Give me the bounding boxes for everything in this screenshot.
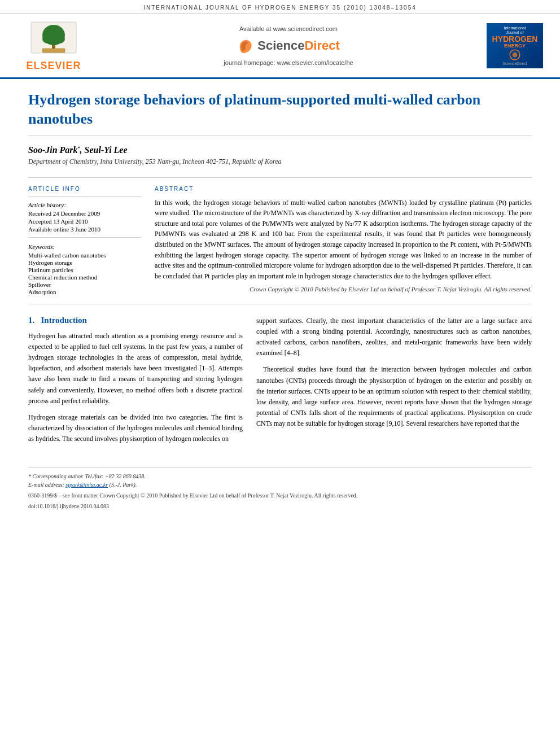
available-online-date: Available online 3 June 2010	[28, 226, 141, 233]
keywords-label: Keywords:	[28, 243, 141, 250]
sciencedirect-logo: ScienceDirect	[237, 37, 340, 55]
available-text: Available at www.sciencedirect.com	[90, 25, 487, 32]
banner: ELSEVIER Available at www.sciencedirect.…	[0, 14, 560, 79]
abstract-title: ABSTRACT	[155, 186, 532, 192]
article-title: Hydrogen storage behaviors of platinum-s…	[28, 90, 532, 136]
article-history-label: Article history:	[28, 202, 141, 208]
keyword-4: Chemical reduction method	[28, 274, 141, 281]
section1-heading: 1. Introduction	[28, 316, 243, 325]
keyword-3: Platinum particles	[28, 267, 141, 273]
elsevier-logo: ELSEVIER	[17, 19, 90, 72]
right-para-1: support surfaces. Clearly, the most impo…	[256, 316, 532, 359]
corresponding-note: * Corresponding author. Tel./fax: +82 32…	[28, 472, 532, 480]
abstract-text: In this work, the hydrogen storage behav…	[155, 198, 532, 282]
copyright-text: Crown Copyright © 2010 Published by Else…	[155, 286, 532, 292]
authors: Soo-Jin Park*, Seul-Yi Lee	[28, 145, 532, 155]
center-banner: Available at www.sciencedirect.com Scien…	[90, 25, 487, 66]
journal-logo-graphic	[504, 49, 526, 61]
svg-point-3	[42, 34, 54, 43]
ij-text: International Journal of	[504, 26, 526, 36]
right-para-2: Theoretical studies have found that the …	[256, 364, 532, 429]
body-right: support surfaces. Clearly, the most impo…	[256, 316, 532, 451]
elsevier-tree-icon	[28, 19, 79, 59]
info-abstract-section: ARTICLE INFO Article history: Received 2…	[28, 177, 532, 304]
body-content: 1. Introduction Hydrogen has attracted m…	[28, 316, 532, 451]
sd-leaf-icon	[237, 37, 255, 55]
issn-line: 0360-3199/$ – see front matter Crown Cop…	[28, 491, 532, 500]
doi-line: doi:10.1016/j.ijhydene.2010.04.083	[28, 502, 532, 510]
sd-small-label: ScienceDirect	[502, 62, 527, 65]
info-divider-1	[28, 196, 141, 197]
accepted-date: Accepted 13 April 2010	[28, 218, 141, 225]
article-info-title: ARTICLE INFO	[28, 186, 141, 192]
email-note: E-mail address: sjpark@inha.ac.kr (S.-J.…	[28, 480, 532, 489]
keyword-2: Hydrogen storage	[28, 259, 141, 266]
journal-url: journal homepage: www.elsevier.com/locat…	[90, 59, 487, 66]
received-date: Received 24 December 2009	[28, 210, 141, 217]
body-para-1: Hydrogen has attracted much attention as…	[28, 331, 243, 407]
section1-title: Introduction	[41, 316, 87, 325]
keyword-6: Adsorption	[28, 289, 141, 295]
elsevier-text-label: ELSEVIER	[26, 60, 81, 72]
info-divider-2	[28, 237, 141, 238]
svg-point-4	[54, 34, 65, 43]
body-left: 1. Introduction Hydrogen has attracted m…	[28, 316, 243, 451]
keyword-5: Spillover	[28, 281, 141, 288]
keyword-1: Multi-walled carbon nanotubes	[28, 252, 141, 259]
journal-header: INTERNATIONAL JOURNAL OF HYDROGEN ENERGY…	[0, 0, 560, 14]
svg-rect-5	[42, 49, 65, 53]
email-link[interactable]: sjpark@inha.ac.kr	[65, 482, 108, 488]
affiliation: Department of Chemistry, Inha University…	[28, 158, 532, 166]
main-content: Hydrogen storage behaviors of platinum-s…	[0, 79, 560, 522]
keywords-section: Keywords: Multi-walled carbon nanotubes …	[28, 243, 141, 295]
section1-number: 1.	[28, 316, 34, 325]
body-para-2: Hydrogen storage materials can be divide…	[28, 412, 243, 445]
svg-point-7	[513, 53, 518, 58]
article-info: ARTICLE INFO Article history: Received 2…	[28, 186, 141, 296]
hydrogen-h-text: HYDROGEN	[492, 35, 538, 43]
hydrogen-journal-logo: International Journal of HYDROGEN ENERGY…	[487, 23, 543, 68]
abstract-section: ABSTRACT In this work, the hydrogen stor…	[155, 186, 532, 296]
hydrogen-energy-text: ENERGY	[504, 43, 526, 49]
sciencedirect-text: ScienceDirect	[257, 38, 340, 53]
footer-divider: * Corresponding author. Tel./fax: +82 32…	[28, 467, 532, 510]
